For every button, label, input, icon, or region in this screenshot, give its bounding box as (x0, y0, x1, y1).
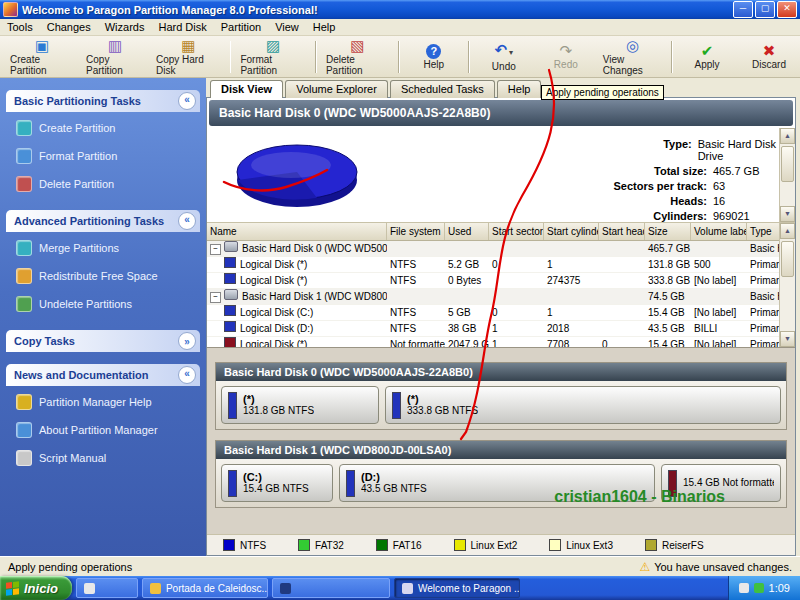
undo-dropdown-arrow[interactable]: ▾ (509, 48, 513, 57)
sidebar-item-label: About Partition Manager (39, 424, 158, 436)
col-size[interactable]: Size (645, 223, 691, 240)
col-file-system[interactable]: File system (387, 223, 445, 240)
table-row-disk-0[interactable]: −Basic Hard Disk 0 (WDC WD5000AAJS-22A8B… (207, 241, 780, 257)
copy-partition-button[interactable]: ▥ Copy Partition (80, 37, 150, 77)
scroll-down-icon[interactable]: ▼ (780, 331, 795, 347)
info-scrollbar[interactable]: ▲ ▼ (779, 128, 795, 222)
tray-icon[interactable] (754, 583, 764, 593)
collapse-icon[interactable]: − (210, 292, 221, 303)
maximize-button[interactable]: ▢ (755, 1, 775, 18)
table-row-disk-1[interactable]: −Basic Hard Disk 1 (WDC WD800JD-00LSA0) … (207, 289, 780, 305)
delete-partition-label: Delete Partition (326, 54, 389, 76)
copy-hard-disk-button[interactable]: ▦ Copy Hard Disk (150, 37, 227, 77)
section-title: Basic Partitioning Tasks (14, 95, 141, 107)
taskbar-item-label: Welcome to Paragon ... (418, 583, 520, 594)
delete-partition-button[interactable]: ▧ Delete Partition (320, 37, 395, 77)
close-button[interactable]: ✕ (777, 1, 797, 18)
sidebar-item-merge-partitions[interactable]: Merge Partitions (16, 240, 196, 256)
sidebar-item-redistribute-free-space[interactable]: Redistribute Free Space (16, 268, 196, 284)
tab-volume-explorer[interactable]: Volume Explorer (285, 80, 388, 98)
apply-button[interactable]: ✔ Apply (676, 37, 738, 77)
start-button[interactable]: Inicio (0, 576, 72, 600)
scroll-thumb[interactable] (781, 241, 794, 277)
discard-button[interactable]: ✖ Discard (738, 37, 800, 77)
section-news-docs-header[interactable]: News and Documentation « (6, 364, 200, 386)
minimize-button[interactable]: ─ (733, 1, 753, 18)
table-row-partition[interactable]: Logical Disk (C:) NTFS5 GB 01 15.4 GB [N… (207, 305, 780, 321)
hard-disk-icon (224, 289, 238, 300)
menu-hard-disk[interactable]: Hard Disk (151, 20, 213, 34)
sidebar-item-undelete-partitions[interactable]: Undelete Partitions (16, 296, 196, 312)
sidebar-item-label: Partition Manager Help (39, 396, 152, 408)
tab-scheduled-tasks[interactable]: Scheduled Tasks (390, 80, 495, 98)
info-row-total-size: Total size: 465.7 GB (537, 165, 795, 177)
partition-icon (224, 273, 236, 284)
table-scrollbar[interactable]: ▲ ▼ (779, 223, 795, 347)
table-row-partition[interactable]: Logical Disk (D:) NTFS38 GB 12018 43.5 G… (207, 321, 780, 337)
col-type[interactable]: Type (747, 223, 780, 240)
table-row-partition[interactable]: Logical Disk (*) NTFS0 Bytes 274375 333.… (207, 273, 780, 289)
table-row-partition[interactable]: Logical Disk (*) NTFS5.2 GB 01 131.8 GB … (207, 257, 780, 273)
undo-button[interactable]: ↶▾ Undo (473, 37, 535, 77)
partition-box[interactable]: (*) 333.8 GB NTFS (385, 386, 781, 424)
windows-taskbar: Inicio Portada de Caleidosc... Welcome t… (0, 576, 800, 600)
menu-tools[interactable]: Tools (0, 20, 40, 34)
chevron-up-icon[interactable]: « (178, 212, 196, 230)
menu-changes[interactable]: Changes (40, 20, 98, 34)
partition-icon (224, 257, 236, 268)
table-row-partition[interactable]: Logical Disk (*) Not formatted2047.9 GB … (207, 337, 780, 347)
taskbar-item-1[interactable] (76, 578, 138, 598)
partition-name: (D:) (361, 471, 427, 483)
taskbar-item-2[interactable]: Portada de Caleidosc... (142, 578, 268, 598)
scroll-track[interactable] (780, 239, 795, 331)
sidebar-item-partition-manager-help[interactable]: Partition Manager Help (16, 394, 196, 410)
disk-map-header-1: Basic Hard Disk 1 (WDC WD800JD-00LSA0) (216, 441, 786, 459)
ntfs-swatch (223, 539, 235, 551)
sidebar-item-format-partition[interactable]: Format Partition (16, 148, 196, 164)
partition-box[interactable]: (*) 131.8 GB NTFS (221, 386, 379, 424)
sidebar-item-delete-partition[interactable]: Delete Partition (16, 176, 196, 192)
apply-tooltip: Apply pending operations (541, 85, 664, 100)
scroll-down-icon[interactable]: ▼ (780, 206, 795, 222)
col-start-cylinder[interactable]: Start cylinder (544, 223, 599, 240)
chevron-up-icon[interactable]: « (178, 92, 196, 110)
col-start-head[interactable]: Start head (599, 223, 645, 240)
partition-box[interactable]: (C:) 15.4 GB NTFS (221, 464, 333, 502)
tab-help[interactable]: Help (497, 80, 542, 98)
scroll-up-icon[interactable]: ▲ (780, 128, 795, 144)
sidebar-item-create-partition[interactable]: Create Partition (16, 120, 196, 136)
col-used[interactable]: Used (445, 223, 489, 240)
create-partition-button[interactable]: ▣ Create Partition (4, 37, 80, 77)
tab-disk-view[interactable]: Disk View (210, 80, 283, 98)
section-basic-tasks-header[interactable]: Basic Partitioning Tasks « (6, 90, 200, 112)
sidebar-item-label: Undelete Partitions (39, 298, 132, 310)
col-start-sector[interactable]: Start sector (489, 223, 544, 240)
scroll-thumb[interactable] (781, 146, 794, 182)
menu-partition[interactable]: Partition (214, 20, 268, 34)
tray-icon[interactable] (739, 583, 749, 593)
disk-info-header: Basic Hard Disk 0 (WDC WD5000AAJS-22A8B0… (209, 100, 793, 126)
taskbar-item-paragon[interactable]: Welcome to Paragon ... (394, 578, 520, 598)
view-changes-button[interactable]: ◎ View Changes (597, 37, 668, 77)
section-copy-tasks-header[interactable]: Copy Tasks « (6, 330, 200, 352)
collapse-icon[interactable]: − (210, 244, 221, 255)
menu-help[interactable]: Help (306, 20, 343, 34)
taskbar-item-3[interactable] (272, 578, 390, 598)
app-icon (3, 2, 18, 17)
col-name[interactable]: Name (207, 223, 387, 240)
help-button[interactable]: ? Help (403, 37, 465, 77)
menu-view[interactable]: View (268, 20, 306, 34)
section-advanced-tasks-header[interactable]: Advanced Partitioning Tasks « (6, 210, 200, 232)
format-partition-button[interactable]: ▨ Format Partition (234, 37, 312, 77)
menu-wizards[interactable]: Wizards (98, 20, 152, 34)
sidebar-item-about-partition-manager[interactable]: About Partition Manager (16, 422, 196, 438)
info-value: 969021 (713, 210, 750, 222)
chevron-down-icon[interactable]: « (178, 332, 196, 350)
hard-disk-icon (224, 241, 238, 252)
redo-button[interactable]: ↷ Redo (535, 37, 597, 77)
col-volume-label[interactable]: Volume label (691, 223, 747, 240)
chevron-up-icon[interactable]: « (178, 366, 196, 384)
scroll-up-icon[interactable]: ▲ (780, 223, 795, 239)
scroll-track[interactable] (780, 144, 795, 206)
sidebar-item-script-manual[interactable]: Script Manual (16, 450, 196, 466)
